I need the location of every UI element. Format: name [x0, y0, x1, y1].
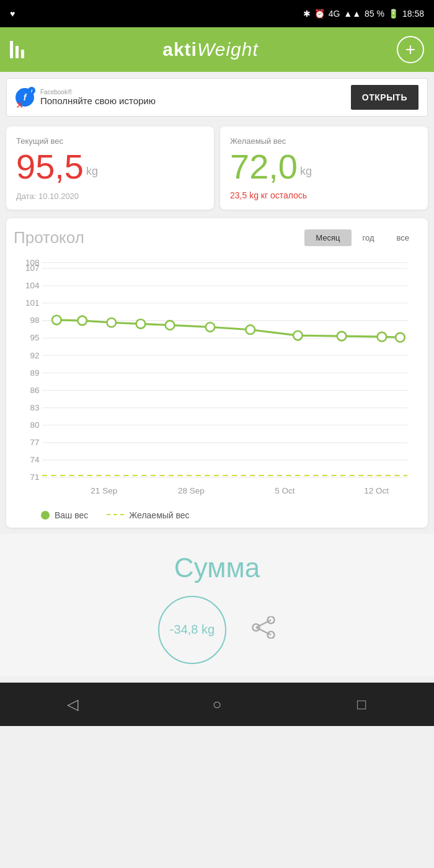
ad-close-button[interactable]: ✕	[16, 99, 24, 111]
target-weight-unit: kg	[300, 165, 312, 177]
dp-9	[337, 332, 347, 341]
tab-all[interactable]: все	[386, 229, 421, 246]
tab-year[interactable]: год	[352, 229, 386, 246]
legend-target-label: Желаемый вес	[129, 510, 189, 520]
current-weight-value-row: 95,5kg	[16, 149, 204, 184]
summary-title: Сумма	[174, 552, 260, 583]
y-label-86: 86	[30, 386, 40, 395]
x-label-12oct: 12 Oct	[364, 486, 389, 495]
current-weight-value: 95,5	[16, 147, 84, 186]
y-label-77: 77	[30, 438, 40, 447]
current-weight-card[interactable]: Текущий вес 95,5kg Дата: 10.10.2020	[6, 126, 214, 210]
legend-weight-label: Ваш вес	[55, 510, 88, 520]
summary-circle: -34,8 kg	[158, 596, 226, 664]
chart-tabs: Месяц год все	[304, 229, 420, 246]
ad-source-label: Facebook®	[40, 89, 156, 95]
chart-header: Протокол Месяц год все	[14, 228, 420, 247]
summary-circle-row: -34,8 kg	[12, 596, 422, 664]
y-label-98: 98	[30, 316, 40, 325]
y-label-92: 92	[30, 351, 40, 360]
target-weight-value-row: 72,0kg	[230, 149, 418, 184]
chart-title: Протокол	[14, 228, 84, 247]
y-label-83: 83	[30, 403, 40, 412]
status-bar: ♥ ✱ ⏰ 4G ▲▲ 85 % 🔋 18:58	[0, 0, 434, 27]
y-label-89: 89	[30, 368, 40, 378]
svg-line-4	[256, 627, 271, 635]
y-label-107: 107	[25, 264, 40, 273]
x-label-28sep: 28 Sep	[178, 486, 205, 495]
target-weight-value: 72,0	[230, 147, 298, 186]
ad-description: Пополняйте свою историю	[40, 95, 156, 106]
app-bar: aktiWeight +	[0, 27, 434, 72]
dp-1	[52, 316, 61, 325]
weight-cards: Текущий вес 95,5kg Дата: 10.10.2020 Жела…	[0, 120, 434, 216]
info-badge: i	[28, 87, 35, 94]
menu-button[interactable]	[10, 41, 24, 58]
target-weight-label: Желаемый вес	[230, 136, 418, 146]
legend-weight: Ваш вес	[41, 510, 88, 520]
y-label-101: 101	[25, 298, 40, 308]
status-left: ♥	[10, 9, 15, 19]
app-title-italic: Weight	[197, 39, 259, 60]
home-button[interactable]: ○	[198, 691, 236, 718]
chart-section: Протокол Месяц год все .y-label { font-s…	[6, 218, 428, 528]
dp-8	[293, 331, 303, 340]
battery-label: 85 %	[365, 9, 384, 19]
legend-target-dash	[107, 514, 124, 516]
dp-3	[107, 318, 116, 327]
weight-remaining: 23,5 kg кг осталось	[230, 190, 418, 200]
current-weight-date: Дата: 10.10.2020	[16, 192, 204, 201]
x-label-5oct: 5 Oct	[275, 486, 295, 495]
share-button[interactable]	[251, 616, 276, 643]
recents-button[interactable]: □	[343, 691, 380, 718]
ad-content: f i Facebook® Пополняйте свою историю	[16, 88, 351, 107]
y-label-71: 71	[30, 472, 40, 482]
time-label: 18:58	[402, 9, 424, 19]
dp-4	[136, 319, 146, 329]
chart-svg: .y-label { font-size: 13px; fill: #999; …	[14, 256, 420, 502]
bottom-nav: ◁ ○ □	[0, 683, 434, 726]
y-label-74: 74	[30, 455, 40, 464]
y-label-95: 95	[30, 333, 40, 342]
alarm-icon: ⏰	[314, 9, 325, 19]
target-weight-card[interactable]: Желаемый вес 72,0kg 23,5 kg кг осталось	[220, 126, 428, 210]
current-weight-label: Текущий вес	[16, 136, 204, 146]
summary-section: Сумма -34,8 kg	[0, 534, 434, 676]
add-button[interactable]: +	[397, 36, 424, 63]
dp-10	[378, 332, 387, 342]
tab-month[interactable]: Месяц	[304, 229, 351, 246]
ad-open-button[interactable]: ОТКРЫТЬ	[351, 85, 418, 110]
ad-banner: f i Facebook® Пополняйте свою историю ОТ…	[6, 78, 428, 117]
dp-11	[396, 333, 405, 342]
svg-line-3	[256, 620, 271, 627]
heart-icon: ♥	[10, 9, 15, 19]
dp-7	[246, 325, 255, 334]
legend-target: Желаемый вес	[107, 510, 189, 520]
signal-bars-icon: ▲▲	[343, 9, 361, 19]
dp-5	[166, 321, 175, 330]
y-label-104: 104	[25, 281, 40, 290]
dp-2	[78, 316, 87, 326]
ad-text-block: Facebook® Пополняйте свою историю	[40, 89, 156, 106]
x-label-21sep: 21 Sep	[91, 486, 117, 495]
signal-label: 4G	[329, 9, 340, 19]
current-weight-unit: kg	[86, 165, 98, 177]
legend-weight-dot	[41, 511, 50, 520]
app-title-bold: akti	[162, 39, 197, 60]
back-button[interactable]: ◁	[54, 691, 91, 718]
status-right: ✱ ⏰ 4G ▲▲ 85 % 🔋 18:58	[303, 9, 424, 19]
dp-6	[206, 322, 215, 332]
battery-icon: 🔋	[388, 9, 399, 19]
bluetooth-icon: ✱	[303, 9, 311, 19]
chart-legend: Ваш вес Желаемый вес	[14, 510, 420, 520]
y-label-80: 80	[30, 420, 40, 430]
chart-container: .y-label { font-size: 13px; fill: #999; …	[14, 256, 420, 504]
app-title: aktiWeight	[162, 39, 259, 60]
